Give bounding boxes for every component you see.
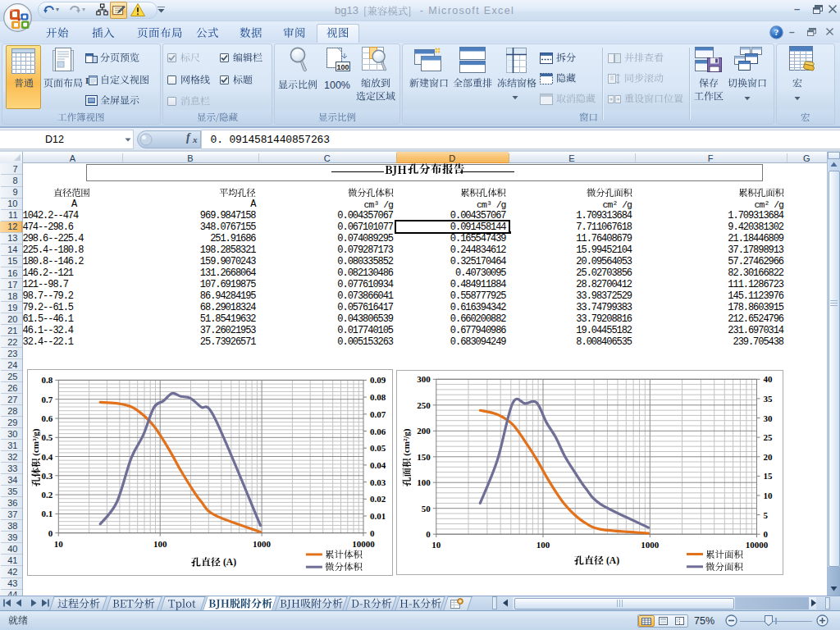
svg-text:I: I (85, 75, 89, 85)
svg-text:?: ? (774, 27, 779, 37)
svg-text:100: 100 (336, 63, 349, 71)
